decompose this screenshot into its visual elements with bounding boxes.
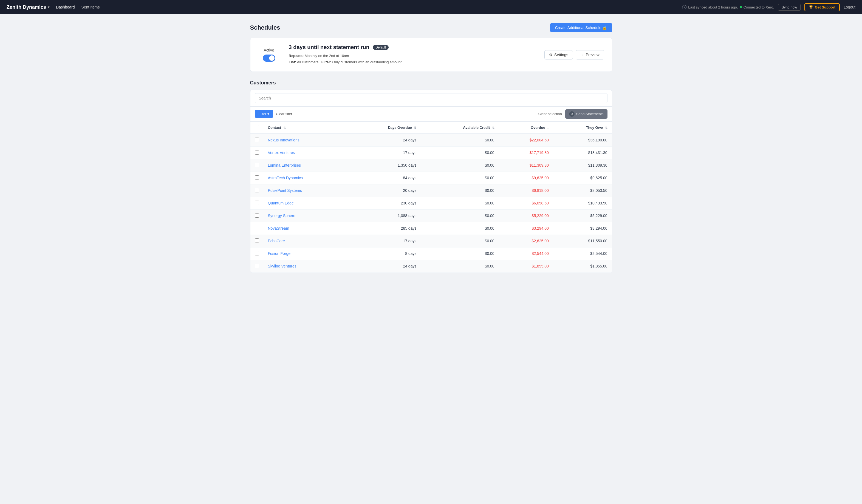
contact-link-8[interactable]: EchoCore: [268, 239, 285, 243]
row-checkbox-cell[interactable]: [250, 247, 264, 260]
contact-link-7[interactable]: NovaStream: [268, 226, 289, 230]
row-checkbox-cell[interactable]: [250, 184, 264, 197]
row-checkbox-6[interactable]: [255, 213, 259, 217]
row-contact-5: Quantum Edge: [264, 197, 349, 209]
row-overdue-7: $3,294.00: [499, 222, 553, 235]
row-checkbox-4[interactable]: [255, 188, 259, 193]
row-available-credit-5: $0.00: [421, 197, 499, 209]
contact-link-1[interactable]: Vertex Ventures: [268, 150, 295, 155]
row-they-owe-5: $10,433.50: [553, 197, 612, 209]
row-available-credit-6: $0.00: [421, 209, 499, 222]
select-all-checkbox[interactable]: [255, 125, 259, 129]
send-statements-button[interactable]: 0 Send Statements: [565, 109, 608, 119]
row-available-credit-0: $0.00: [421, 134, 499, 147]
row-checkbox-cell[interactable]: [250, 172, 264, 184]
row-checkbox-cell[interactable]: [250, 209, 264, 222]
row-contact-9: Fusion Forge: [264, 247, 349, 260]
row-days-overdue-8: 17 days: [348, 235, 421, 247]
clear-selection-button[interactable]: Clear selection: [538, 112, 562, 116]
row-checkbox-cell[interactable]: [250, 260, 264, 273]
customers-table: Contact ⇅ Days Overdue ⇅ Available Credi…: [250, 122, 612, 273]
row-checkbox-cell[interactable]: [250, 235, 264, 247]
settings-icon: ⚙: [549, 53, 553, 57]
filter-button[interactable]: Filter ▾: [255, 110, 273, 118]
sync-now-button[interactable]: Sync now: [778, 4, 800, 11]
clear-filter-button[interactable]: Clear filter: [276, 110, 292, 118]
preview-button[interactable]: → Preview: [576, 50, 604, 59]
nav-sent-items[interactable]: Sent Items: [81, 5, 100, 9]
row-days-overdue-4: 20 days: [348, 184, 421, 197]
row-checkbox-8[interactable]: [255, 238, 259, 243]
row-checkbox-cell[interactable]: [250, 159, 264, 172]
search-input[interactable]: [255, 93, 608, 103]
row-contact-10: Skyline Ventures: [264, 260, 349, 273]
row-days-overdue-6: 1,088 days: [348, 209, 421, 222]
available-credit-sort-icon: ⇅: [492, 126, 495, 129]
table-row: Nexus Innovations 24 days $0.00 $22,004.…: [250, 134, 612, 147]
col-days-overdue[interactable]: Days Overdue ⇅: [348, 122, 421, 134]
settings-label: Settings: [554, 53, 568, 57]
row-contact-3: AstraTech Dynamics: [264, 172, 349, 184]
row-checkbox-10[interactable]: [255, 264, 259, 268]
active-label: Active: [264, 48, 274, 52]
row-available-credit-9: $0.00: [421, 247, 499, 260]
row-checkbox-3[interactable]: [255, 175, 259, 180]
row-contact-2: Lumina Enterprises: [264, 159, 349, 172]
logout-button[interactable]: Logout: [844, 5, 856, 9]
select-all-header[interactable]: [250, 122, 264, 134]
contact-link-0[interactable]: Nexus Innovations: [268, 138, 300, 142]
navbar-right: i Last synced about 2 hours ago. Connect…: [682, 3, 856, 11]
search-bar: [250, 90, 612, 107]
get-support-button[interactable]: 🏆 Get Support: [805, 3, 840, 11]
table-row: Lumina Enterprises 1,350 days $0.00 $11,…: [250, 159, 612, 172]
row-overdue-1: $17,719.80: [499, 146, 553, 159]
create-schedule-button[interactable]: Create Additional Schedule 🔒: [550, 23, 612, 32]
brand-name: Zenith Dynamics: [6, 4, 46, 10]
row-checkbox-cell[interactable]: [250, 197, 264, 209]
contact-link-5[interactable]: Quantum Edge: [268, 201, 294, 205]
contact-link-3[interactable]: AstraTech Dynamics: [268, 176, 303, 180]
table-row: AstraTech Dynamics 84 days $0.00 $9,625.…: [250, 172, 612, 184]
contact-link-10[interactable]: Skyline Ventures: [268, 264, 297, 268]
settings-button[interactable]: ⚙ Settings: [545, 50, 573, 59]
contact-link-6[interactable]: Synergy Sphere: [268, 213, 296, 218]
customers-section-title: Customers: [250, 80, 612, 86]
row-they-owe-4: $8,053.50: [553, 184, 612, 197]
they-owe-sort-icon: ⇅: [605, 126, 608, 129]
brand-logo[interactable]: Zenith Dynamics ▾: [6, 4, 49, 10]
table-row: PulsePoint Systems 20 days $0.00 $6,818.…: [250, 184, 612, 197]
row-checkbox-2[interactable]: [255, 163, 259, 167]
active-toggle[interactable]: [263, 55, 275, 62]
schedule-meta: Repeats: Monthly on the 2nd at 10am List…: [289, 53, 536, 66]
contact-link-9[interactable]: Fusion Forge: [268, 251, 290, 256]
row-available-credit-1: $0.00: [421, 146, 499, 159]
row-they-owe-2: $11,309.30: [553, 159, 612, 172]
preview-icon: →: [580, 53, 584, 57]
col-contact[interactable]: Contact ⇅: [264, 122, 349, 134]
row-checkbox-0[interactable]: [255, 137, 259, 142]
table-row: Vertex Ventures 17 days $0.00 $17,719.80…: [250, 146, 612, 159]
row-they-owe-1: $18,431.30: [553, 146, 612, 159]
row-checkbox-9[interactable]: [255, 251, 259, 255]
active-toggle-container: Active: [258, 48, 280, 62]
contact-link-4[interactable]: PulsePoint Systems: [268, 188, 302, 193]
row-checkbox-cell[interactable]: [250, 134, 264, 147]
col-they-owe[interactable]: They Owe ⇅: [553, 122, 612, 134]
row-they-owe-9: $2,544.00: [553, 247, 612, 260]
row-available-credit-2: $0.00: [421, 159, 499, 172]
row-overdue-3: $9,625.00: [499, 172, 553, 184]
row-checkbox-7[interactable]: [255, 226, 259, 230]
row-checkbox-cell[interactable]: [250, 222, 264, 235]
brand-chevron: ▾: [48, 5, 49, 9]
row-checkbox-cell[interactable]: [250, 146, 264, 159]
nav-dashboard[interactable]: Dashboard: [56, 5, 75, 9]
col-available-credit[interactable]: Available Credit ⇅: [421, 122, 499, 134]
support-label: Get Support: [815, 5, 835, 9]
row-days-overdue-0: 24 days: [348, 134, 421, 147]
col-overdue[interactable]: Overdue ↓: [499, 122, 553, 134]
row-checkbox-1[interactable]: [255, 150, 259, 155]
page-header: Schedules Create Additional Schedule 🔒: [250, 23, 612, 32]
row-checkbox-5[interactable]: [255, 201, 259, 205]
schedule-title: 3 days until next statement run: [289, 44, 370, 50]
contact-link-2[interactable]: Lumina Enterprises: [268, 163, 301, 168]
